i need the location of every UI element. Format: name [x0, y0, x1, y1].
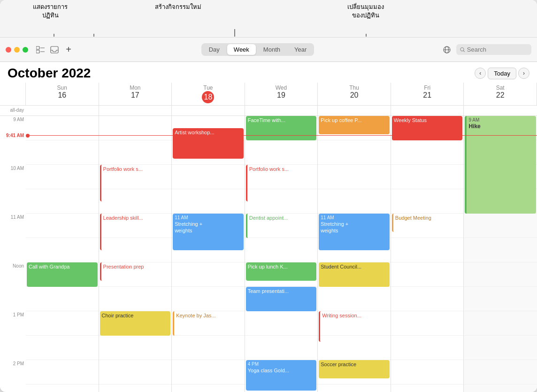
event-call-grandpa[interactable]: Call with Grandpa [27, 262, 98, 287]
event-portfolio-wed[interactable]: Portfolio work s... [246, 165, 317, 201]
time-scroll-area[interactable]: 9 AM 10 AM 11 AM Noon 1 PM 2 PM 3 PM 4 P… [0, 116, 537, 392]
titlebar: + Day Week Month Year [0, 38, 537, 62]
allday-fri [391, 106, 464, 115]
event-keynote[interactable]: Keynote by Jas... [173, 311, 244, 336]
time-11am: 11 AM [0, 214, 26, 238]
time-noon: Noon [0, 262, 26, 287]
allday-sun [26, 106, 99, 115]
annotation-new-event: สร้างกิจกรรมใหม่ [155, 3, 201, 11]
maximize-button[interactable] [23, 47, 28, 53]
annotation-change-view: เปลี่ยนมุมมองของปฏิทิน [347, 3, 384, 20]
allday-sat [464, 106, 537, 115]
day-headers: Sun16 Mon17 Tue18 Wed19 Thu20 Fri21 Sat2… [0, 83, 537, 106]
time-half10 [0, 189, 26, 214]
day-header-wed: Wed19 [245, 83, 318, 105]
view-tabs: Day Week Month Year [201, 43, 315, 56]
toolbar-icons: + [36, 45, 73, 54]
col-tue: Artist workshop... 11 AM Stretching +wei… [172, 116, 245, 392]
event-choir-practice[interactable]: Choir practice [100, 311, 171, 336]
prev-button[interactable]: ‹ [475, 68, 486, 79]
time-half9 [0, 140, 26, 165]
allday-wed [245, 106, 318, 115]
svg-rect-5 [36, 50, 39, 53]
search-icon [460, 47, 465, 53]
traffic-lights [6, 47, 28, 53]
time-10am: 10 AM [0, 165, 26, 189]
day-header-sun: Sun16 [26, 83, 99, 105]
inbox-icon[interactable] [50, 45, 59, 54]
allday-label: all-day [0, 106, 26, 115]
calendar-container: Sun16 Mon17 Tue18 Wed19 Thu20 Fri21 Sat2… [0, 83, 537, 392]
month-nav-row: October 2022 ‹ Today › [0, 62, 537, 83]
event-leadership[interactable]: Leadership skill... [100, 214, 171, 250]
tab-year[interactable]: Year [288, 44, 313, 55]
day-header-tue: Tue18 [172, 83, 245, 105]
fri-hourlines [391, 116, 464, 392]
calendar-list-icon[interactable] [36, 45, 45, 54]
event-writing-session[interactable]: Writing session... [319, 311, 390, 342]
time-2pm: 2 PM [0, 360, 26, 384]
event-soccer[interactable]: Soccer practice [319, 360, 390, 378]
svg-point-12 [460, 47, 464, 51]
event-hike[interactable]: 9 AM Hike [465, 116, 536, 214]
month-year-title: October 2022 [8, 66, 91, 81]
time-1pm: 1 PM [0, 311, 26, 336]
allday-thu [318, 106, 391, 115]
event-yoga[interactable]: 4 PM Yoga class Gold... [246, 360, 317, 391]
mon-hourlines [99, 116, 172, 392]
time-grid: 9 AM 10 AM 11 AM Noon 1 PM 2 PM 3 PM 4 P… [0, 116, 537, 392]
event-artist-workshop[interactable]: Artist workshop... [173, 128, 244, 159]
wed-hourlines [245, 116, 318, 392]
time-9am: 9 AM [0, 116, 26, 140]
time-halfnoon [0, 287, 26, 311]
col-thu: Pick up coffee P... 11 AM Stretching +we… [318, 116, 391, 392]
day-header-thu: Thu20 [318, 83, 391, 105]
svg-rect-8 [51, 46, 58, 53]
day-header-sat: Sat22 [464, 83, 537, 105]
event-facetime[interactable]: FaceTime with... [246, 116, 317, 140]
shared-calendars-icon[interactable] [442, 45, 452, 54]
event-stretching-thu[interactable]: 11 AM Stretching +weights [319, 214, 390, 250]
col-wed: FaceTime with... Portfolio work s... Den… [245, 116, 318, 392]
svg-line-13 [463, 50, 465, 52]
tab-month[interactable]: Month [257, 44, 287, 55]
time-half1 [0, 336, 26, 360]
event-weekly-status[interactable]: Weekly Status [392, 116, 463, 140]
titlebar-right [442, 44, 531, 55]
time-half2 [0, 384, 26, 392]
event-team-presentation[interactable]: Team presentati... [246, 287, 317, 311]
thu-hourlines [318, 116, 391, 392]
annotation-arrows [0, 0, 537, 37]
minimize-button[interactable] [14, 47, 20, 53]
today-button[interactable]: Today [488, 68, 516, 79]
day-header-fri: Fri21 [391, 83, 464, 105]
event-portfolio-mon[interactable]: Portfolio work s... [100, 165, 171, 201]
sun-hourlines [26, 116, 99, 392]
close-button[interactable] [6, 47, 11, 53]
event-student-council[interactable]: Student Council... [319, 262, 390, 287]
allday-tue [172, 106, 245, 115]
tab-week[interactable]: Week [227, 44, 256, 55]
time-half11 [0, 238, 26, 262]
add-event-button[interactable]: + [64, 45, 73, 54]
day-header-mon: Mon17 [99, 83, 172, 105]
allday-row: all-day [0, 106, 537, 116]
svg-rect-4 [36, 46, 39, 49]
annotation-calendar-list: แสดงรายการปฏิทิน [33, 3, 68, 20]
event-presentation-prep[interactable]: Presentation prep [100, 262, 171, 281]
col-sat: 9 AM Hike [464, 116, 537, 392]
next-button[interactable]: › [518, 68, 529, 79]
time-labels: 9 AM 10 AM 11 AM Noon 1 PM 2 PM 3 PM 4 P… [0, 116, 26, 392]
event-stretching-tue[interactable]: 11 AM Stretching +weights [173, 214, 244, 250]
event-dentist[interactable]: Dentist appoint... [246, 214, 317, 238]
event-pickup-coffee[interactable]: Pick up coffee P... [319, 116, 390, 134]
tab-day[interactable]: Day [202, 44, 226, 55]
search-input[interactable] [467, 46, 528, 53]
view-tabs-container: Day Week Month Year [77, 43, 438, 56]
col-fri: Weekly Status Budget Meeting Call with L… [391, 116, 464, 392]
search-box[interactable] [456, 44, 531, 55]
event-pickup-lunch[interactable]: Pick up lunch K... [246, 262, 317, 281]
event-budget-meeting[interactable]: Budget Meeting [392, 214, 463, 232]
col-mon: Portfolio work s... Leadership skill... … [99, 116, 172, 392]
col-sun: Call with Grandpa [26, 116, 99, 392]
